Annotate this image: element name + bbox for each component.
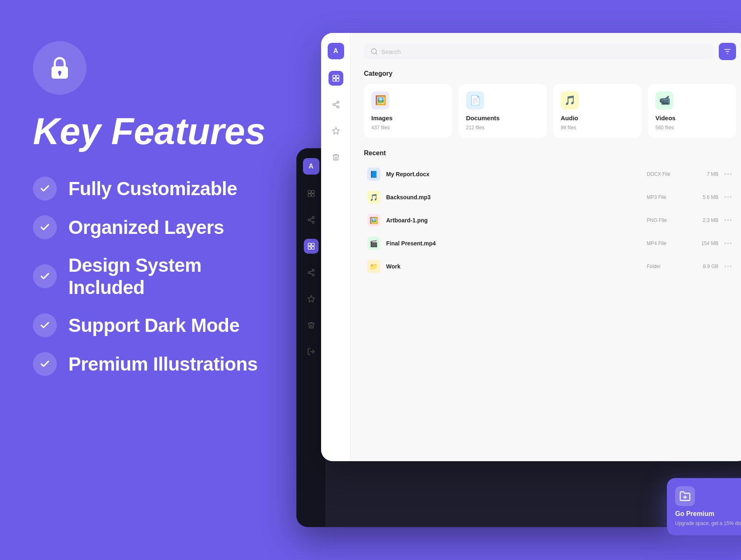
feature-item: Support Dark Mode [33, 313, 276, 337]
check-circle [33, 177, 57, 201]
lock-icon-circle [33, 41, 86, 95]
file-row[interactable]: 📘 My Report.docx DOCX File 7 MB ··· [364, 163, 736, 185]
svg-marker-21 [308, 296, 315, 302]
sidebar-star-icon[interactable] [329, 124, 343, 138]
filter-button[interactable] [719, 43, 736, 60]
feature-item: Organized Layers [33, 215, 276, 239]
category-grid: 🖼️ Images 437 files 📄 Documents 212 file… [364, 84, 736, 138]
check-icon [40, 359, 50, 369]
category-card[interactable]: 🖼️ Images 437 files [364, 84, 452, 138]
file-icon: 🎵 [367, 191, 380, 204]
svg-line-34 [375, 53, 377, 54]
svg-point-16 [312, 269, 314, 271]
file-icon: 🎬 [367, 237, 380, 250]
file-row[interactable]: 📁 Work Folder 8.9 GB ··· [364, 256, 736, 277]
file-size: 2.3 MB [690, 217, 718, 223]
category-count: 560 files [655, 125, 729, 131]
file-name: Final Present.mp4 [386, 240, 641, 247]
dark-sidebar-star-icon[interactable] [304, 292, 319, 306]
check-icon [40, 183, 50, 194]
file-size: 7 MB [690, 171, 718, 177]
file-size: 8.9 GB [690, 264, 718, 269]
sidebar-share-icon[interactable] [329, 97, 343, 112]
svg-rect-2 [59, 72, 61, 76]
file-type: DOCX File [647, 171, 684, 177]
category-icon: 🖼️ [371, 91, 389, 110]
svg-point-9 [312, 221, 314, 223]
svg-rect-23 [333, 75, 336, 78]
file-name: My Report.docx [386, 171, 641, 177]
dark-sidebar-home-icon[interactable] [304, 186, 319, 201]
dark-sidebar-avatar: A [303, 158, 319, 175]
main-content-light: Search Category 🖼️ Images 437 files [351, 33, 741, 461]
premium-card[interactable]: Go Premium Upgrade space, get a 15% disc… [667, 478, 741, 535]
sidebar-trash-icon[interactable] [329, 150, 343, 165]
feature-item: Design System Included [33, 254, 276, 299]
dark-sidebar-grid-icon[interactable] [304, 239, 319, 254]
svg-line-19 [310, 273, 312, 274]
category-card[interactable]: 📄 Documents 212 files [459, 84, 547, 138]
category-card[interactable]: 📹 Videos 560 files [648, 84, 736, 138]
recent-list: 📘 My Report.docx DOCX File 7 MB ··· 🎵 Ba… [364, 163, 736, 277]
folder-plus-icon [679, 490, 691, 502]
feature-label: Design System Included [68, 254, 276, 299]
check-icon [40, 222, 50, 233]
file-row[interactable]: 🎵 Backsound.mp3 MP3 File 5.6 MB ··· [364, 187, 736, 208]
check-circle [33, 352, 57, 376]
sidebar-grid-icon[interactable] [329, 71, 343, 86]
svg-line-20 [310, 271, 312, 272]
file-menu-icon[interactable]: ··· [724, 170, 733, 179]
premium-desc: Upgrade space, get a 15% disc... [675, 520, 741, 527]
light-card: A [321, 33, 741, 461]
file-row[interactable]: 🎬 Final Present.mp4 MP4 File 154 MB ··· [364, 233, 736, 254]
dark-sidebar-logout-icon[interactable] [304, 344, 319, 359]
dark-sidebar-share-icon[interactable] [304, 212, 319, 227]
sidebar-light: A [321, 33, 351, 461]
search-icon [370, 48, 378, 55]
category-count: 437 files [371, 125, 445, 131]
search-input-wrap[interactable]: Search [364, 44, 714, 59]
category-icon: 📹 [655, 91, 673, 110]
check-icon [40, 271, 50, 282]
file-icon: 🖼️ [367, 214, 380, 227]
file-type: MP3 File [647, 194, 684, 200]
check-icon [40, 320, 50, 331]
category-icon: 🎵 [561, 91, 579, 110]
file-menu-icon[interactable]: ··· [724, 262, 733, 271]
file-name: Artboard-1.png [386, 217, 641, 224]
file-menu-icon[interactable]: ··· [724, 216, 733, 225]
premium-title: Go Premium [675, 510, 741, 518]
filter-icon [723, 47, 732, 56]
svg-point-18 [312, 274, 314, 276]
file-menu-icon[interactable]: ··· [724, 239, 733, 248]
search-placeholder: Search [381, 48, 401, 55]
svg-line-31 [335, 103, 337, 104]
category-name: Documents [466, 114, 539, 121]
feature-label: Premium Illustrations [68, 353, 258, 375]
svg-line-10 [310, 220, 312, 222]
svg-rect-15 [311, 247, 314, 250]
svg-rect-4 [311, 191, 314, 194]
category-name: Audio [561, 114, 634, 121]
category-card[interactable]: 🎵 Audio 98 files [553, 84, 641, 138]
file-row[interactable]: 🖼️ Artboard-1.png PNG File 2.3 MB ··· [364, 210, 736, 231]
category-count: 212 files [466, 125, 539, 131]
svg-rect-13 [311, 243, 314, 246]
file-icon: 📘 [367, 168, 380, 181]
feature-item: Premium Illustrations [33, 352, 276, 376]
file-size: 5.6 MB [690, 194, 718, 200]
dark-sidebar-trash-icon[interactable] [304, 318, 319, 333]
svg-marker-32 [332, 128, 339, 134]
file-name: Backsound.mp3 [386, 194, 641, 201]
feature-item: Fully Customizable [33, 177, 276, 201]
svg-point-17 [308, 272, 310, 274]
check-circle [33, 313, 57, 337]
page-title: Key Features [33, 111, 276, 152]
svg-rect-26 [336, 79, 339, 82]
svg-rect-24 [336, 75, 339, 78]
svg-line-30 [335, 105, 337, 106]
file-menu-icon[interactable]: ··· [724, 193, 733, 202]
svg-line-11 [310, 218, 312, 219]
dark-sidebar-share2-icon[interactable] [304, 265, 319, 280]
svg-rect-12 [308, 243, 311, 246]
